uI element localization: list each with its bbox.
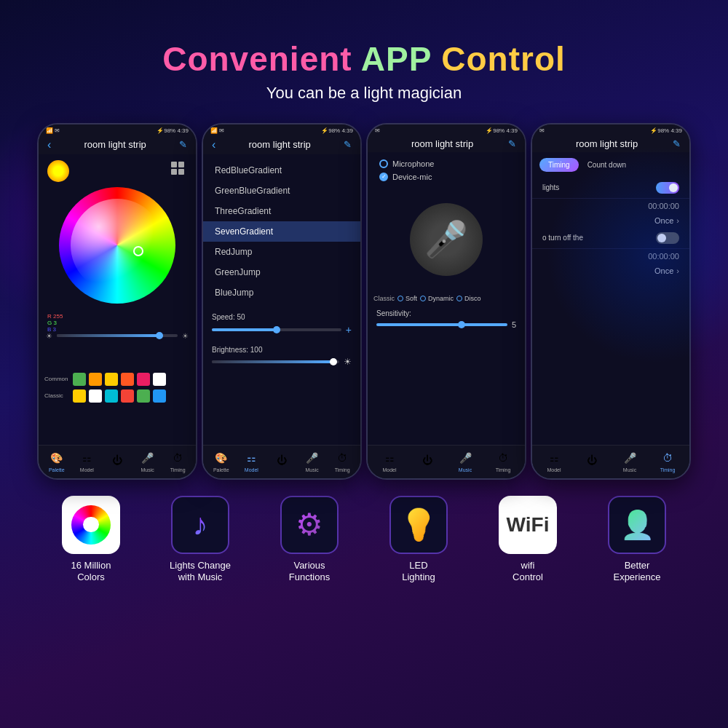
brightness-track-2[interactable]	[212, 360, 339, 363]
mic-option-devicemic[interactable]: ✓ Device-mic	[379, 173, 513, 181]
sound-disco[interactable]: Disco	[456, 295, 481, 302]
nav-timing-4[interactable]: ⏱ Timing	[660, 450, 676, 472]
swatch-yellow[interactable]	[105, 373, 118, 386]
swatch-pink[interactable]	[137, 373, 150, 386]
mic-icon[interactable]: 🎤	[410, 203, 483, 276]
edit-button-4[interactable]: ✎	[673, 138, 681, 149]
nav-model-1[interactable]: ⚏ Model	[79, 450, 95, 472]
color-wheel-wrap[interactable]	[59, 187, 175, 304]
status-bar-1: 📶 ✉ ⚡98% 4:39	[39, 124, 196, 135]
mode-redbluegradient[interactable]: RedBlueGradient	[203, 160, 360, 181]
nav-music-2[interactable]: 🎤 Music	[304, 450, 320, 472]
timing-icon-4: ⏱	[660, 450, 676, 466]
back-button-2[interactable]: ‹	[212, 138, 215, 151]
phone-3: ✉ ⚡98% 4:39 room light strip ✎ Microphon…	[366, 123, 526, 480]
swatch-classic-white[interactable]	[89, 389, 102, 403]
tab-timing[interactable]: Timing	[539, 158, 579, 172]
nav-power-4[interactable]: ⏻	[584, 452, 600, 470]
nav-music-3[interactable]: 🎤 Music	[457, 450, 473, 472]
mode-sevengradient[interactable]: SevenGradient	[203, 221, 360, 242]
edit-button-2[interactable]: ✎	[344, 139, 352, 150]
signal-3: ✉	[375, 127, 380, 134]
bottom-nav-3: ⚏ Model ⏻ 🎤 Music ⏱ Timing	[368, 445, 525, 478]
swatch-classic-yellow[interactable]	[73, 389, 86, 403]
mode-redjump[interactable]: RedJump	[203, 242, 360, 262]
status-bar-4: ✉ ⚡98% 4:39	[532, 124, 689, 135]
mode-greenbluegradient[interactable]: GreenBlueGradient	[203, 181, 360, 201]
chevron-right-2[interactable]: ›	[676, 266, 679, 275]
model-label-3: Model	[382, 467, 396, 472]
back-button-1[interactable]: ‹	[47, 138, 51, 151]
mode-threegradient[interactable]: ThreeGradient	[203, 201, 360, 221]
hero-subtitle: You can be a light magician	[0, 84, 728, 103]
brightness-track-1[interactable]	[57, 334, 178, 337]
speed-track[interactable]	[212, 328, 341, 331]
nav-model-4[interactable]: ⚏ Model	[546, 450, 562, 472]
nav-music-4[interactable]: 🎤 Music	[622, 450, 638, 472]
color-ball[interactable]	[47, 160, 69, 182]
feature-wifi: WiFi wifiControl	[477, 496, 579, 585]
radio-microphone[interactable]	[379, 159, 388, 168]
turnoff-toggle-knob	[657, 234, 666, 242]
tab-countdown[interactable]: Count down	[579, 158, 635, 172]
once-text-2: Once	[654, 266, 673, 275]
battery-2: ⚡98% 4:39	[321, 127, 353, 134]
nav-model-3[interactable]: ⚏ Model	[381, 450, 397, 472]
radio-disco[interactable]	[456, 296, 462, 301]
power-icon-4: ⏻	[584, 452, 600, 468]
phone-content-1: R 255 G 3 B 3 ☀ ☀ Common	[39, 154, 196, 445]
color-wheel[interactable]	[59, 187, 175, 304]
nav-palette-1[interactable]: 🎨 Palette	[49, 450, 65, 472]
brightness-section-2: Brightness: 100 ☀	[203, 343, 360, 373]
nav-timing-1[interactable]: ⏱ Timing	[170, 450, 186, 472]
feature-icon-box-led: 💡	[389, 496, 448, 554]
feature-16million: 16 MillionColors	[40, 496, 142, 585]
edit-button-3[interactable]: ✎	[508, 138, 516, 149]
model-icon-1: ⚏	[79, 450, 95, 466]
swatch-classic-green[interactable]	[137, 389, 150, 403]
nav-power-3[interactable]: ⏻	[419, 452, 435, 470]
lights-toggle[interactable]	[656, 182, 679, 194]
sound-soft[interactable]: Soft	[397, 295, 417, 302]
swatch-classic-red[interactable]	[121, 389, 134, 403]
brightness-row-1: ☀ ☀	[46, 332, 189, 340]
nav-palette-2[interactable]: 🎨 Palette	[213, 450, 229, 472]
feature-led: 💡 LEDLighting	[368, 496, 470, 585]
radio-dynamic[interactable]	[420, 296, 426, 301]
mode-greenjump[interactable]: GreenJump	[203, 262, 360, 282]
radio-devicemic[interactable]: ✓	[379, 173, 388, 181]
mode-bluejump[interactable]: BlueJump	[203, 282, 360, 303]
sensitivity-track[interactable]	[376, 323, 507, 326]
mic-icon-wrap[interactable]: 🎤	[368, 203, 525, 276]
swatch-classic-blue[interactable]	[153, 389, 166, 403]
plus-button[interactable]: +	[346, 324, 352, 336]
sound-dynamic[interactable]: Dynamic	[420, 295, 454, 302]
brightness-slider-2[interactable]: ☀	[212, 357, 352, 367]
swatch-white[interactable]	[153, 373, 166, 386]
person-icon: 👤	[620, 509, 654, 541]
lights-toggle-knob	[669, 183, 678, 192]
radio-soft[interactable]	[397, 296, 403, 301]
swatch-classic-cyan[interactable]	[105, 389, 118, 403]
swatch-orange[interactable]	[89, 373, 102, 386]
nav-music-1[interactable]: 🎤 Music	[140, 450, 156, 472]
classic-label: Classic	[44, 392, 70, 399]
chevron-right-1[interactable]: ›	[676, 216, 679, 225]
edit-button-1[interactable]: ✎	[179, 139, 187, 150]
nav-power-2[interactable]: ⏻	[274, 452, 290, 470]
feature-icon-box-colors	[62, 496, 120, 554]
mic-option-microphone[interactable]: Microphone	[379, 159, 513, 168]
nav-timing-2[interactable]: ⏱ Timing	[334, 450, 350, 472]
speed-slider[interactable]: +	[212, 324, 352, 336]
nav-power-1[interactable]: ⏻	[109, 452, 125, 470]
swatch-green[interactable]	[73, 373, 86, 386]
nav-model-2[interactable]: ⚏ Model	[243, 450, 259, 472]
grid-icon[interactable]	[171, 162, 187, 175]
nav-timing-3[interactable]: ⏱ Timing	[495, 450, 511, 472]
swatch-deeporange[interactable]	[121, 373, 134, 386]
timing-icon-1: ⏱	[170, 450, 186, 466]
status-bar-2: 📶 ✉ ⚡98% 4:39	[203, 124, 360, 135]
soft-label: Soft	[405, 295, 417, 302]
turnoff-toggle[interactable]	[656, 232, 679, 244]
feature-label-functions: VariousFunctions	[289, 560, 330, 585]
